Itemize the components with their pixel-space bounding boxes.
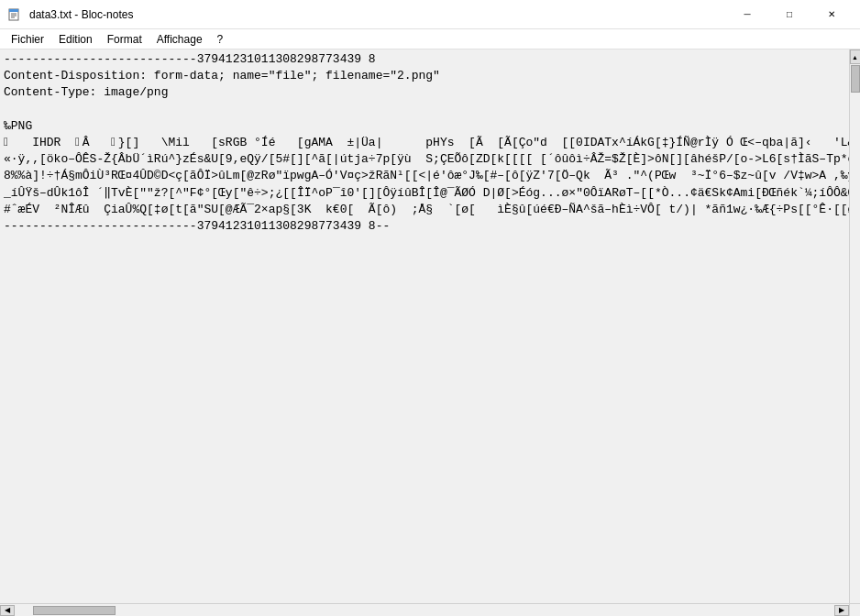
- scrollbar-corner: [849, 603, 860, 616]
- h-scroll-thumb[interactable]: [33, 606, 116, 615]
- window-title: data3.txt - Bloc-notes: [29, 8, 133, 21]
- vertical-scrollbar[interactable]: ▲: [849, 50, 860, 603]
- menu-bar: Fichier Edition Format Affichage ?: [0, 29, 860, 50]
- menu-edition[interactable]: Edition: [51, 29, 100, 50]
- horizontal-scrollbar[interactable]: ◀ ▶: [0, 603, 849, 616]
- window-controls: ─ □ ✕: [726, 0, 853, 29]
- svg-rect-1: [9, 9, 18, 12]
- title-bar: data3.txt - Bloc-notes ─ □ ✕: [0, 0, 860, 29]
- minimize-button[interactable]: ─: [726, 0, 768, 29]
- scroll-up-button[interactable]: ▲: [850, 50, 861, 64]
- title-bar-left: data3.txt - Bloc-notes: [7, 7, 133, 22]
- menu-fichier[interactable]: Fichier: [4, 29, 51, 50]
- close-button[interactable]: ✕: [810, 0, 853, 29]
- menu-format[interactable]: Format: [100, 29, 149, 50]
- bottom-area: ◀ ▶: [0, 603, 860, 616]
- v-scroll-thumb[interactable]: [851, 65, 860, 93]
- scroll-left-button[interactable]: ◀: [0, 605, 15, 616]
- app-icon: [7, 7, 22, 22]
- content-with-scrollbar: ---------------------------3794123101130…: [0, 50, 860, 603]
- menu-help[interactable]: ?: [210, 29, 231, 50]
- maximize-button[interactable]: □: [768, 0, 810, 29]
- text-editor[interactable]: ---------------------------3794123101130…: [0, 50, 849, 603]
- menu-affichage[interactable]: Affichage: [149, 29, 210, 50]
- scroll-right-button[interactable]: ▶: [834, 605, 849, 616]
